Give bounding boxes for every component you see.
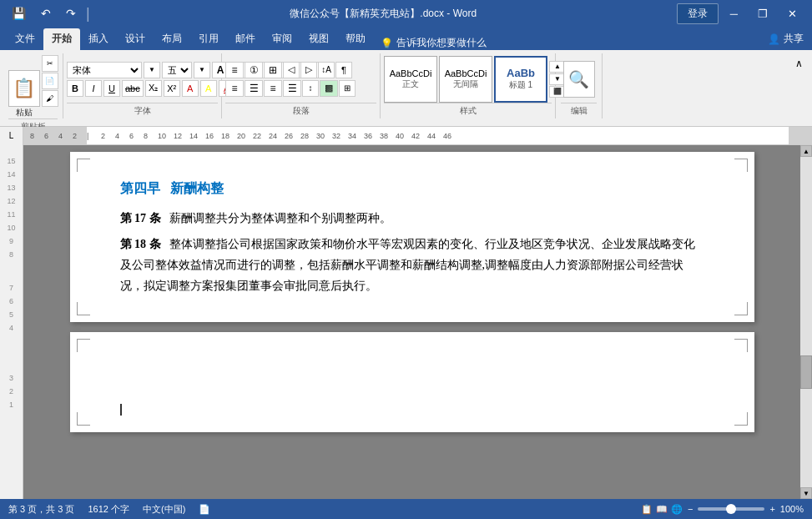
- minimize-button[interactable]: ─: [722, 4, 746, 23]
- zoom-plus-btn[interactable]: +: [769, 504, 774, 514]
- layout-icon-item[interactable]: 📄: [199, 504, 210, 515]
- show-hide-btn[interactable]: ¶: [335, 62, 352, 78]
- align-left-btn[interactable]: ≡: [225, 80, 244, 97]
- font-name-selector[interactable]: 宋体: [67, 62, 142, 78]
- login-button[interactable]: 登录: [677, 3, 719, 24]
- italic-btn[interactable]: I: [85, 80, 102, 97]
- cut-button[interactable]: ✂: [42, 55, 58, 72]
- subscript-btn[interactable]: X₂: [145, 80, 162, 97]
- vertical-scrollbar[interactable]: ▲ ▼: [800, 145, 812, 499]
- style-normal-preview: AaBbCcDi: [390, 68, 432, 78]
- tab-review[interactable]: 审阅: [264, 28, 300, 50]
- font-size-selector[interactable]: 五号: [162, 62, 192, 78]
- tab-design[interactable]: 设计: [117, 28, 154, 50]
- align-right-btn[interactable]: ≡: [264, 80, 282, 97]
- shading-btn[interactable]: ▩: [320, 80, 338, 97]
- styles-gallery: AaBbCcDi 正文 AaBbCcDi 无间隔 AaBb 标题 1 ▲ ▼ ⬛: [384, 55, 566, 103]
- corner-br: [734, 302, 748, 315]
- justify-btn[interactable]: ☰: [283, 80, 301, 97]
- corner-tr: [734, 159, 748, 172]
- restore-button[interactable]: ❐: [749, 4, 776, 23]
- size-dropdown-btn[interactable]: ▼: [194, 62, 210, 78]
- scroll-up-btn[interactable]: ▲: [800, 145, 812, 157]
- layout-icon[interactable]: 📄: [199, 504, 210, 515]
- undo-icon[interactable]: ↶: [36, 5, 56, 22]
- copy-button[interactable]: 📄: [42, 73, 58, 89]
- web-layout-icon[interactable]: 🌐: [671, 504, 683, 515]
- zoom-slider[interactable]: [698, 507, 764, 511]
- num-4: 4: [9, 324, 13, 332]
- save-icon[interactable]: 💾: [7, 5, 31, 22]
- zoom-minus-btn[interactable]: −: [688, 504, 693, 514]
- num-3: 3: [9, 374, 13, 382]
- tab-home[interactable]: 开始: [43, 28, 80, 50]
- border-btn[interactable]: ⊞: [339, 80, 356, 97]
- redo-icon[interactable]: ↷: [61, 5, 81, 22]
- sort-btn[interactable]: ↕A: [318, 62, 335, 78]
- superscript-btn[interactable]: X²: [164, 80, 180, 97]
- page-2: [70, 332, 754, 432]
- tab-file[interactable]: 文件: [7, 28, 43, 50]
- style-no-spacing[interactable]: AaBbCcDi 无间隔: [439, 56, 492, 103]
- style-normal-label: 正文: [402, 78, 419, 90]
- page2-corner-tl: [77, 339, 90, 352]
- ribbon-content: 📋 粘贴 ✂ 📄 🖌 剪贴板 宋体 ▼ 五号 ▼ A: [0, 50, 812, 127]
- main-area: 15 14 13 12 11 10 9 8 7 6 5 4 3 2 1 第四早 …: [0, 145, 812, 499]
- tell-me-input[interactable]: 💡 告诉我你想要做什么: [381, 36, 487, 50]
- scroll-track[interactable]: [800, 157, 812, 487]
- text-highlight-btn[interactable]: A: [200, 80, 217, 97]
- tab-insert[interactable]: 插入: [80, 28, 117, 50]
- print-layout-icon[interactable]: 📋: [641, 504, 653, 515]
- ruler: 8 6 4 2 | 2 4 6 8 10 12 14 16 18 20 22 2…: [23, 127, 812, 145]
- page1-content: 第四早 新酬构整 第 17 条 薪酬调整共分为整体调整和个别调整两种。 第 18…: [120, 177, 704, 297]
- para-row1: ≡ ① ⊞ ◁ ▷ ↕A ¶: [225, 62, 356, 78]
- num-6: 6: [9, 297, 13, 305]
- indent-increase-btn[interactable]: ▷: [300, 62, 317, 78]
- title-right-controls: 登录 ─ ❐ ✕: [677, 3, 805, 24]
- text-effect-btn[interactable]: A: [182, 80, 199, 97]
- bold-btn[interactable]: B: [67, 80, 83, 97]
- num-7: 7: [9, 284, 13, 292]
- strikethrough-btn[interactable]: abc: [122, 80, 144, 97]
- num-11: 11: [7, 210, 15, 219]
- page-info: 第 3 页，共 3 页: [8, 503, 74, 516]
- line-spacing-btn[interactable]: ↕: [302, 80, 319, 97]
- zoom-percent: 100%: [780, 504, 804, 514]
- scroll-down-btn[interactable]: ▼: [800, 487, 812, 499]
- clipboard-group: 📋 粘贴 ✂ 📄 🖌 剪贴板: [3, 53, 63, 118]
- format-painter-button[interactable]: 🖌: [42, 90, 58, 107]
- paragraph-label: 段落: [225, 103, 376, 117]
- editing-label: 编辑: [561, 103, 597, 117]
- bullets-btn[interactable]: ≡: [225, 62, 244, 78]
- tab-view[interactable]: 视图: [300, 28, 337, 50]
- search-button[interactable]: 🔍: [563, 61, 595, 98]
- indent-decrease-btn[interactable]: ◁: [283, 62, 300, 78]
- tab-mailings[interactable]: 邮件: [227, 28, 264, 50]
- numbering-btn[interactable]: ①: [245, 62, 263, 78]
- scroll-thumb[interactable]: [800, 355, 812, 389]
- tab-help[interactable]: 帮助: [337, 28, 374, 50]
- collapse-icon[interactable]: ∧: [792, 57, 805, 70]
- read-mode-icon[interactable]: 📖: [656, 504, 668, 515]
- num-12: 12: [7, 197, 15, 205]
- paste-button[interactable]: 📋 粘贴: [8, 70, 40, 118]
- underline-btn[interactable]: U: [103, 80, 120, 97]
- tab-layout[interactable]: 布局: [154, 28, 190, 50]
- font-dropdown-btn[interactable]: ▼: [144, 62, 160, 78]
- left-numbering: 15 14 13 12 11 10 9 8 7 6 5 4 3 2 1: [0, 145, 23, 499]
- page2-corner-br: [734, 412, 748, 426]
- style-heading1[interactable]: AaBb 标题 1: [494, 56, 547, 103]
- article-18-num: 第 18 条: [120, 238, 161, 250]
- style-normal[interactable]: AaBbCcDi 正文: [384, 56, 437, 103]
- ribbon-collapse-btn[interactable]: ∧: [789, 53, 809, 126]
- ruler-container: L 8 6 4 2 | 2 4 6 8 10 12 14 16 18 20 22…: [0, 127, 812, 145]
- share-button[interactable]: 👤 共享: [759, 28, 812, 50]
- zoom-thumb[interactable]: [726, 504, 736, 514]
- style-heading1-preview: AaBb: [507, 67, 535, 79]
- corner-bl: [77, 302, 90, 315]
- align-center-btn[interactable]: ☰: [245, 80, 263, 97]
- tab-references[interactable]: 引用: [190, 28, 227, 50]
- close-button[interactable]: ✕: [779, 4, 805, 23]
- multilevel-btn[interactable]: ⊞: [264, 62, 282, 78]
- clipboard-sub: ✂ 📄 🖌: [42, 55, 58, 118]
